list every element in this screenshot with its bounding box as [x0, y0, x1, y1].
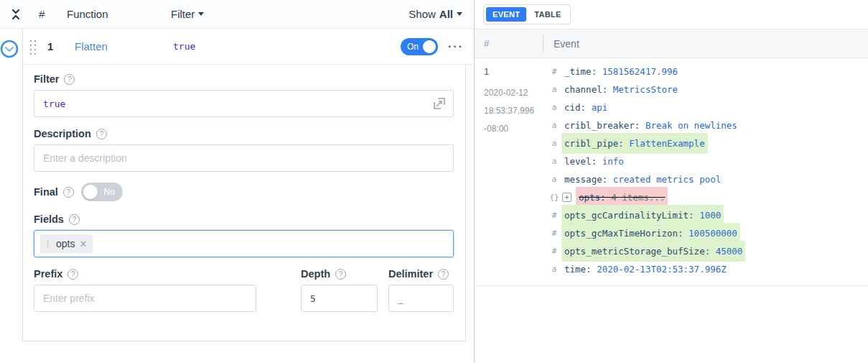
tab-table[interactable]: TABLE: [528, 7, 567, 22]
toggle-knob: [423, 40, 436, 53]
function-settings-form: Filter ? Description: [23, 65, 466, 341]
help-icon[interactable]: ?: [335, 269, 346, 280]
collapse-function-icon[interactable]: [0, 40, 19, 58]
preview-view-tabs: EVENT TABLE: [483, 4, 571, 24]
header-function-col: Function: [67, 8, 171, 20]
tag-label: opts: [56, 238, 75, 249]
expand-editor-icon[interactable]: [432, 96, 447, 111]
prefix-label: Prefix ?: [34, 268, 256, 280]
help-icon[interactable]: ?: [96, 129, 107, 139]
collapse-all-icon[interactable]: [9, 7, 23, 22]
description-label: Description ?: [34, 128, 454, 139]
field-type-icon: a: [549, 116, 560, 134]
show-filter-dropdown[interactable]: Show All: [409, 8, 462, 20]
event-field-list: #_time: 1581562417.996achannel: MetricsS…: [543, 63, 868, 278]
final-label: Final ?: [34, 186, 74, 198]
event-index: 1: [484, 63, 543, 81]
event-field-row: #opts_gcMaxTimeHorizon: 100500000: [549, 224, 868, 242]
function-block: 1 Flatten true On ··· Filter ?: [22, 29, 474, 341]
help-icon[interactable]: ?: [64, 74, 75, 85]
toggle-knob: [83, 185, 98, 199]
event-row: 1 2020-02-1218:53:37.996-08:00 #_time: 1…: [475, 58, 868, 286]
tab-event[interactable]: EVENT: [486, 7, 526, 22]
function-filter-expression: true: [173, 41, 195, 52]
prefix-input[interactable]: [34, 285, 256, 312]
field-type-icon: a: [549, 81, 560, 98]
chevron-down-icon: [457, 12, 462, 16]
function-row: 1 Flatten true On ···: [23, 29, 474, 65]
event-field-row: #opts_gcCardinalityLimit: 1000: [549, 206, 868, 224]
field-type-icon: a: [549, 98, 560, 116]
function-index: 1: [47, 40, 75, 52]
header-filter-dropdown[interactable]: Filter: [171, 8, 204, 20]
timestamp-line: 18:53:37.996: [484, 102, 543, 120]
function-menu-button[interactable]: ···: [448, 40, 464, 53]
delimiter-input[interactable]: [388, 285, 454, 312]
depth-label: Depth ?: [301, 268, 378, 280]
help-icon[interactable]: ?: [63, 187, 74, 198]
event-table-header: # Event: [475, 29, 868, 58]
header-number-col: #: [475, 38, 543, 49]
field-type-icon: {}: [549, 188, 560, 206]
event-field-row: acid: api: [549, 98, 868, 116]
event-number-cell: 1 2020-02-1218:53:37.996-08:00: [475, 63, 543, 278]
event-field-row: atime: 2020-02-13T02:53:37.996Z: [549, 260, 868, 278]
function-list-header: # Function Filter Show All: [0, 0, 474, 29]
event-field-row: {}+opts: 4 items...: [549, 188, 868, 206]
field-key-value[interactable]: time: 2020-02-13T02:53:37.996Z: [561, 259, 729, 280]
filter-input[interactable]: [34, 90, 454, 117]
field-type-icon: #: [549, 63, 560, 81]
event-field-row: amessage: created metrics pool: [549, 170, 868, 188]
app-root: # Function Filter Show All 1 Flatten: [0, 0, 868, 363]
field-type-icon: a: [549, 134, 560, 152]
field-type-icon: #: [549, 224, 560, 242]
event-field-row: alevel: info: [549, 152, 868, 170]
field-type-icon: #: [549, 242, 560, 260]
field-tag[interactable]: ⋮opts✕: [40, 234, 93, 253]
event-field-row: #_time: 1581562417.996: [549, 63, 868, 81]
final-toggle[interactable]: No: [81, 183, 123, 201]
filter-label: Filter ?: [34, 73, 454, 85]
expand-object-icon[interactable]: +: [562, 193, 571, 202]
description-input[interactable]: [34, 144, 454, 172]
event-timestamp: 2020-02-1218:53:37.996-08:00: [484, 84, 543, 138]
timestamp-line: 2020-02-12: [484, 84, 543, 102]
event-field-row: acribl_pipe: FlattenExample: [549, 134, 868, 152]
header-event-col: Event: [543, 35, 868, 52]
timestamp-line: -08:00: [484, 120, 543, 138]
function-enabled-toggle[interactable]: On: [401, 38, 438, 55]
event-field-row: #opts_metricStorage_bufSize: 45000: [549, 242, 868, 260]
help-icon[interactable]: ?: [67, 269, 78, 280]
depth-input[interactable]: [301, 285, 378, 312]
chevron-down-icon: [198, 12, 204, 16]
field-type-icon: a: [549, 152, 560, 170]
field-type-icon: #: [549, 206, 560, 224]
tag-drag-handle[interactable]: ⋮: [44, 239, 52, 249]
remove-tag-icon[interactable]: ✕: [79, 239, 87, 249]
field-type-icon: a: [549, 170, 560, 188]
fields-tags-input[interactable]: ⋮opts✕: [34, 230, 454, 257]
header-number-col: #: [39, 8, 67, 20]
function-name-link[interactable]: Flatten: [75, 40, 173, 52]
event-field-row: acribl_breaker: Break on newlines: [549, 116, 868, 134]
help-icon[interactable]: ?: [438, 269, 449, 280]
help-icon[interactable]: ?: [69, 214, 80, 225]
drag-handle[interactable]: [29, 39, 37, 55]
fields-label: Fields ?: [34, 213, 454, 225]
pipeline-panel: # Function Filter Show All 1 Flatten: [0, 0, 475, 363]
preview-panel: EVENT TABLE # Event 1 2020-02-1218:53:37…: [475, 0, 868, 363]
event-field-row: achannel: MetricsStore: [549, 81, 868, 98]
delimiter-label: Delimiter ?: [388, 268, 454, 280]
field-type-icon: a: [549, 260, 560, 278]
